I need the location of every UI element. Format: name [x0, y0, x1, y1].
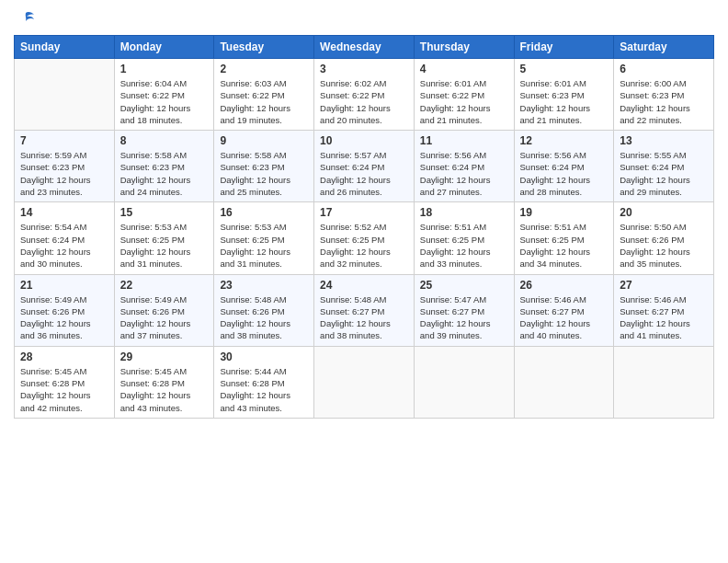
day-number: 13 — [620, 134, 708, 147]
cell-content: Sunrise: 5:55 AMSunset: 6:24 PMDaylight:… — [620, 149, 708, 198]
calendar-header-row: SundayMondayTuesdayWednesdayThursdayFrid… — [15, 36, 714, 59]
logo — [14, 9, 36, 29]
cell-content: Sunrise: 5:44 AMSunset: 6:28 PMDaylight:… — [220, 365, 308, 414]
page-header — [14, 9, 714, 29]
day-number: 3 — [320, 63, 408, 75]
calendar-week-row: 28Sunrise: 5:45 AMSunset: 6:28 PMDayligh… — [15, 346, 714, 418]
calendar-cell: 10Sunrise: 5:57 AMSunset: 6:24 PMDayligh… — [314, 131, 415, 202]
column-header-saturday: Saturday — [614, 36, 714, 59]
logo-bird-icon — [16, 9, 36, 29]
calendar-cell: 20Sunrise: 5:50 AMSunset: 6:26 PMDayligh… — [614, 202, 714, 274]
calendar-cell: 15Sunrise: 5:53 AMSunset: 6:25 PMDayligh… — [114, 202, 214, 274]
calendar-cell: 19Sunrise: 5:51 AMSunset: 6:25 PMDayligh… — [514, 202, 614, 274]
day-number: 4 — [420, 63, 508, 75]
calendar-cell: 17Sunrise: 5:52 AMSunset: 6:25 PMDayligh… — [314, 202, 415, 274]
calendar-week-row: 1Sunrise: 6:04 AMSunset: 6:22 PMDaylight… — [15, 59, 714, 131]
day-number: 9 — [220, 134, 308, 147]
day-number: 30 — [220, 350, 308, 363]
cell-content: Sunrise: 5:48 AMSunset: 6:26 PMDaylight:… — [220, 293, 308, 342]
calendar-cell: 14Sunrise: 5:54 AMSunset: 6:24 PMDayligh… — [15, 202, 115, 274]
day-number: 20 — [620, 206, 708, 219]
cell-content: Sunrise: 5:53 AMSunset: 6:25 PMDaylight:… — [120, 221, 209, 270]
day-number: 25 — [420, 279, 508, 292]
calendar-cell: 11Sunrise: 5:56 AMSunset: 6:24 PMDayligh… — [414, 131, 514, 202]
cell-content: Sunrise: 5:51 AMSunset: 6:25 PMDaylight:… — [520, 221, 609, 270]
calendar-cell: 6Sunrise: 6:00 AMSunset: 6:23 PMDaylight… — [614, 59, 714, 131]
calendar-cell: 4Sunrise: 6:01 AMSunset: 6:22 PMDaylight… — [414, 59, 514, 131]
day-number: 14 — [20, 206, 108, 219]
calendar-cell: 13Sunrise: 5:55 AMSunset: 6:24 PMDayligh… — [614, 131, 714, 202]
day-number: 7 — [20, 134, 108, 147]
cell-content: Sunrise: 5:56 AMSunset: 6:24 PMDaylight:… — [520, 149, 609, 198]
cell-content: Sunrise: 5:57 AMSunset: 6:24 PMDaylight:… — [320, 149, 408, 198]
cell-content: Sunrise: 5:54 AMSunset: 6:24 PMDaylight:… — [20, 221, 108, 270]
cell-content: Sunrise: 6:01 AMSunset: 6:23 PMDaylight:… — [520, 77, 609, 126]
day-number: 21 — [20, 279, 108, 292]
cell-content: Sunrise: 6:01 AMSunset: 6:22 PMDaylight:… — [420, 77, 508, 126]
day-number: 12 — [520, 134, 609, 147]
calendar-week-row: 7Sunrise: 5:59 AMSunset: 6:23 PMDaylight… — [15, 131, 714, 202]
calendar-cell: 3Sunrise: 6:02 AMSunset: 6:22 PMDaylight… — [314, 59, 415, 131]
day-number: 18 — [420, 206, 508, 219]
calendar-cell: 23Sunrise: 5:48 AMSunset: 6:26 PMDayligh… — [214, 274, 314, 346]
calendar-cell: 28Sunrise: 5:45 AMSunset: 6:28 PMDayligh… — [15, 346, 115, 418]
day-number: 27 — [620, 279, 708, 292]
column-header-friday: Friday — [514, 36, 614, 59]
day-number: 11 — [420, 134, 508, 147]
cell-content: Sunrise: 5:47 AMSunset: 6:27 PMDaylight:… — [420, 293, 508, 342]
calendar-week-row: 14Sunrise: 5:54 AMSunset: 6:24 PMDayligh… — [15, 202, 714, 274]
cell-content: Sunrise: 6:03 AMSunset: 6:22 PMDaylight:… — [220, 77, 308, 126]
day-number: 5 — [520, 63, 609, 75]
calendar-cell: 18Sunrise: 5:51 AMSunset: 6:25 PMDayligh… — [414, 202, 514, 274]
cell-content: Sunrise: 5:49 AMSunset: 6:26 PMDaylight:… — [120, 293, 209, 342]
day-number: 28 — [20, 350, 108, 363]
day-number: 15 — [120, 206, 209, 219]
cell-content: Sunrise: 5:58 AMSunset: 6:23 PMDaylight:… — [120, 149, 209, 198]
cell-content: Sunrise: 5:52 AMSunset: 6:25 PMDaylight:… — [320, 221, 408, 270]
cell-content: Sunrise: 5:59 AMSunset: 6:23 PMDaylight:… — [20, 149, 108, 198]
cell-content: Sunrise: 5:53 AMSunset: 6:25 PMDaylight:… — [220, 221, 308, 270]
cell-content: Sunrise: 6:00 AMSunset: 6:23 PMDaylight:… — [620, 77, 708, 126]
calendar-cell: 1Sunrise: 6:04 AMSunset: 6:22 PMDaylight… — [114, 59, 214, 131]
calendar-cell: 22Sunrise: 5:49 AMSunset: 6:26 PMDayligh… — [114, 274, 214, 346]
calendar-cell: 25Sunrise: 5:47 AMSunset: 6:27 PMDayligh… — [414, 274, 514, 346]
cell-content: Sunrise: 5:45 AMSunset: 6:28 PMDaylight:… — [20, 365, 108, 414]
day-number: 19 — [520, 206, 609, 219]
calendar-cell: 8Sunrise: 5:58 AMSunset: 6:23 PMDaylight… — [114, 131, 214, 202]
calendar-cell: 2Sunrise: 6:03 AMSunset: 6:22 PMDaylight… — [214, 59, 314, 131]
day-number: 2 — [220, 63, 308, 75]
cell-content: Sunrise: 5:56 AMSunset: 6:24 PMDaylight:… — [420, 149, 508, 198]
calendar-cell: 29Sunrise: 5:45 AMSunset: 6:28 PMDayligh… — [114, 346, 214, 418]
cell-content: Sunrise: 5:51 AMSunset: 6:25 PMDaylight:… — [420, 221, 508, 270]
day-number: 8 — [120, 134, 209, 147]
day-number: 26 — [520, 279, 609, 292]
cell-content: Sunrise: 5:48 AMSunset: 6:27 PMDaylight:… — [320, 293, 408, 342]
calendar-cell: 21Sunrise: 5:49 AMSunset: 6:26 PMDayligh… — [15, 274, 115, 346]
calendar-cell: 7Sunrise: 5:59 AMSunset: 6:23 PMDaylight… — [15, 131, 115, 202]
calendar-table: SundayMondayTuesdayWednesdayThursdayFrid… — [14, 35, 714, 419]
calendar-cell — [414, 346, 514, 418]
calendar-cell — [314, 346, 415, 418]
column-header-sunday: Sunday — [15, 36, 115, 59]
day-number: 10 — [320, 134, 408, 147]
calendar-cell: 12Sunrise: 5:56 AMSunset: 6:24 PMDayligh… — [514, 131, 614, 202]
cell-content: Sunrise: 5:46 AMSunset: 6:27 PMDaylight:… — [520, 293, 609, 342]
calendar-cell: 30Sunrise: 5:44 AMSunset: 6:28 PMDayligh… — [214, 346, 314, 418]
calendar-cell — [15, 59, 115, 131]
column-header-wednesday: Wednesday — [314, 36, 415, 59]
day-number: 29 — [120, 350, 209, 363]
day-number: 24 — [320, 279, 408, 292]
cell-content: Sunrise: 5:58 AMSunset: 6:23 PMDaylight:… — [220, 149, 308, 198]
calendar-week-row: 21Sunrise: 5:49 AMSunset: 6:26 PMDayligh… — [15, 274, 714, 346]
cell-content: Sunrise: 6:04 AMSunset: 6:22 PMDaylight:… — [120, 77, 209, 126]
cell-content: Sunrise: 6:02 AMSunset: 6:22 PMDaylight:… — [320, 77, 408, 126]
cell-content: Sunrise: 5:45 AMSunset: 6:28 PMDaylight:… — [120, 365, 209, 414]
calendar-cell: 9Sunrise: 5:58 AMSunset: 6:23 PMDaylight… — [214, 131, 314, 202]
calendar-cell: 27Sunrise: 5:46 AMSunset: 6:27 PMDayligh… — [614, 274, 714, 346]
calendar-cell: 26Sunrise: 5:46 AMSunset: 6:27 PMDayligh… — [514, 274, 614, 346]
calendar-cell: 16Sunrise: 5:53 AMSunset: 6:25 PMDayligh… — [214, 202, 314, 274]
calendar-cell: 5Sunrise: 6:01 AMSunset: 6:23 PMDaylight… — [514, 59, 614, 131]
day-number: 16 — [220, 206, 308, 219]
calendar-cell: 24Sunrise: 5:48 AMSunset: 6:27 PMDayligh… — [314, 274, 415, 346]
column-header-monday: Monday — [114, 36, 214, 59]
